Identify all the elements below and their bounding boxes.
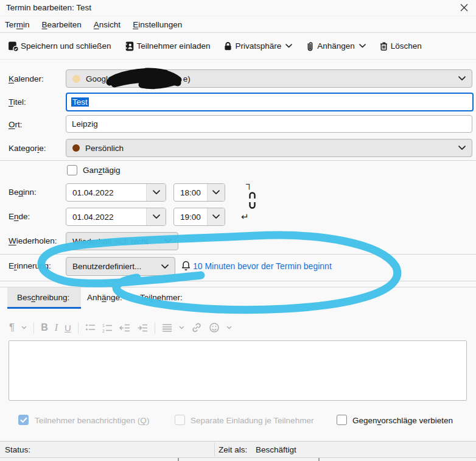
- ende-time-dropdown-button[interactable]: [207, 208, 225, 225]
- wiederholen-label: Wiederholen:: [9, 236, 57, 245]
- invite-attendees-label: Teilnehmer einladen: [137, 41, 211, 51]
- statusbar-divider: [214, 443, 215, 456]
- disallow-counter-label: Gegenvorschläge verbieten: [352, 416, 453, 425]
- allday-checkbox[interactable]: [67, 165, 77, 175]
- statusbar: Status: Zeit als: Beschäftigt: [0, 441, 476, 457]
- separator: [0, 254, 476, 255]
- invite-attendees-button[interactable]: Teilnehmer einladen: [124, 41, 211, 52]
- chevron-down-icon: [21, 326, 27, 329]
- italic-icon[interactable]: I: [55, 322, 58, 333]
- toolbar: Speichern und schließen Teilnehmer einla…: [0, 33, 476, 60]
- menu-termin[interactable]: Termin: [5, 20, 30, 29]
- beginn-date-picker[interactable]: 01.04.2022: [66, 183, 166, 202]
- outdent-icon[interactable]: [119, 323, 130, 333]
- panel-divider: [178, 458, 179, 461]
- save-close-label: Speichern und schließen: [21, 41, 111, 51]
- titel-input[interactable]: Test: [66, 93, 474, 111]
- menubar: Termin Bearbeiten Ansicht Einstellungen: [0, 16, 476, 33]
- separator: [0, 281, 476, 281]
- chevron-down-icon: [458, 76, 466, 81]
- beginn-date-dropdown-button[interactable]: [146, 184, 166, 201]
- link-start-end-widget[interactable]: ┐ ↵: [240, 180, 259, 226]
- underline-icon[interactable]: U: [65, 323, 71, 333]
- paperclip-icon: [305, 41, 315, 52]
- menu-ansicht[interactable]: Ansicht: [94, 20, 121, 29]
- delete-label: Löschen: [391, 41, 422, 51]
- privacy-button[interactable]: Privatsphäre: [223, 41, 292, 51]
- chevron-down-icon: [164, 239, 172, 244]
- background-window-edge: [0, 457, 476, 461]
- notify-attendees-checkbox[interactable]: [18, 415, 29, 425]
- titel-label: Titel:: [9, 97, 26, 107]
- numbered-list-icon[interactable]: 12: [102, 323, 113, 333]
- beginn-date-value: 01.04.2022: [66, 188, 146, 197]
- kalender-value-suffix: e): [183, 74, 191, 83]
- titlebar: Termin bearbeiten: Test: [0, 0, 476, 16]
- ende-date-value: 01.04.2022: [66, 213, 146, 222]
- check-icon: [20, 417, 27, 423]
- bold-icon[interactable]: B: [41, 322, 48, 333]
- kalender-select[interactable]: Google ( e): [66, 69, 472, 88]
- tab-anhaenge[interactable]: Anhänge:: [87, 293, 122, 302]
- ende-date-picker[interactable]: 01.04.2022: [66, 208, 166, 226]
- reminder-select[interactable]: Benutzerdefiniert...: [66, 257, 175, 276]
- zeit-als-label: Zeit als:: [219, 445, 247, 454]
- align-icon[interactable]: [162, 323, 172, 333]
- disallow-counter-checkbox[interactable]: [337, 415, 347, 425]
- attach-label: Anhängen: [317, 41, 355, 51]
- menu-bearbeiten[interactable]: Bearbeiten: [42, 20, 82, 29]
- panel-divider: [318, 458, 320, 461]
- bullet-list-icon[interactable]: [85, 323, 96, 333]
- zeit-als-value[interactable]: Beschäftigt: [256, 445, 296, 454]
- kategorie-select[interactable]: Persönlich: [66, 139, 472, 157]
- chevron-down-icon: [458, 146, 466, 150]
- chevron-down-icon: [212, 190, 220, 195]
- trash-icon: [379, 41, 389, 52]
- category-color-dot: [72, 144, 80, 152]
- save-close-button[interactable]: Speichern und schließen: [8, 41, 111, 52]
- beginn-time-dropdown-button[interactable]: [207, 184, 225, 201]
- delete-button[interactable]: Löschen: [379, 41, 422, 52]
- close-icon[interactable]: [460, 4, 468, 12]
- chain-link-icon: [248, 190, 257, 212]
- indent-icon[interactable]: [137, 323, 148, 333]
- ende-time-value: 19:00: [174, 213, 207, 222]
- beginn-time-value: 18:00: [174, 188, 207, 197]
- kategorie-label: Kategorie:: [9, 144, 46, 153]
- link-icon[interactable]: [191, 322, 202, 333]
- ort-input[interactable]: Leipzig: [66, 115, 472, 133]
- tab-beschreibung[interactable]: Beschreibung:: [17, 293, 69, 302]
- tab-teilnehmer[interactable]: Teilnehmer:: [140, 293, 183, 302]
- chevron-down-icon: [161, 264, 169, 269]
- chevron-down-icon: [153, 214, 160, 219]
- reminder-value: Benutzerdefiniert...: [72, 262, 141, 271]
- ende-time-picker[interactable]: 19:00: [173, 208, 225, 226]
- paragraph-style-icon[interactable]: ¶: [9, 322, 15, 334]
- beginn-label: Beginn:: [9, 188, 37, 197]
- kalender-label: Kalender:: [9, 74, 44, 83]
- active-tab-underline: [7, 307, 81, 309]
- event-edit-dialog: Termin bearbeiten: Test Termin Bearbeite…: [0, 0, 476, 461]
- svg-text:1: 1: [102, 323, 105, 327]
- repeat-select[interactable]: Wiederholt sich nicht: [66, 232, 178, 250]
- titel-value-selected: Test: [71, 97, 89, 107]
- chevron-down-icon: [226, 326, 232, 329]
- attach-button[interactable]: Anhängen: [305, 41, 366, 52]
- erinnerung-label: Erinnerung:: [9, 261, 51, 270]
- lock-icon: [223, 41, 233, 51]
- chevron-down-icon: [212, 214, 220, 219]
- window-title: Termin bearbeiten: Test: [6, 3, 91, 12]
- save-close-icon: [8, 41, 19, 52]
- smiley-icon[interactable]: [209, 322, 220, 333]
- svg-text:2: 2: [102, 328, 105, 333]
- chevron-down-icon: [359, 44, 366, 48]
- description-textarea[interactable]: [9, 340, 467, 401]
- ende-date-dropdown-button[interactable]: [146, 208, 166, 225]
- separator: [0, 160, 476, 161]
- reminder-detail-link[interactable]: 10 Minuten bevor der Termin beginnt: [193, 261, 332, 271]
- kalender-value-prefix: Google (: [86, 74, 117, 83]
- beginn-time-picker[interactable]: 18:00: [173, 183, 225, 202]
- separate-invitation-checkbox[interactable]: [175, 415, 185, 425]
- separate-invitation-label: Separate Einladung je Teilnehmer: [191, 416, 313, 425]
- menu-einstellungen[interactable]: Einstellungen: [133, 20, 182, 29]
